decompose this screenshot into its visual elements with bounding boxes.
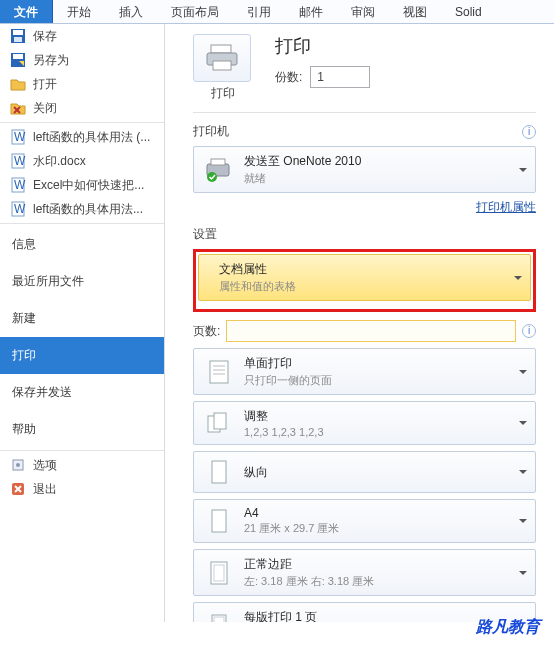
recent-doc[interactable]: W left函数的具体用法 (... [0,125,164,149]
chevron-down-icon [519,168,527,176]
tab-references[interactable]: 引用 [233,0,285,23]
sidebar-open[interactable]: 打开 [0,72,164,96]
word-doc-icon: W [10,177,26,193]
sidebar-label: 退出 [33,481,57,497]
settings-section-title: 设置 [193,226,217,243]
drop-title: 纵向 [244,464,268,481]
print-panel: 打印 打印 份数: 打印机i 发送至 OneNote 2010就绪 打印机属性 … [165,24,554,622]
svg-point-16 [16,463,20,467]
info-icon[interactable]: i [522,125,536,139]
print-title: 打印 [275,34,370,58]
sidebar-save-as[interactable]: 另存为 [0,48,164,72]
tab-insert[interactable]: 插入 [105,0,157,23]
copies-label: 份数: [275,69,302,86]
drop-sub: 只打印一侧的页面 [244,373,332,388]
recent-doc-label: Excel中如何快速把... [33,177,144,193]
chevron-down-icon [519,421,527,429]
recent-doc-label: left函数的具体用法... [33,201,143,217]
printer-ready-icon [204,156,234,184]
chevron-down-icon [519,571,527,579]
tab-solid[interactable]: Solid [441,0,496,23]
sidebar-label: 选项 [33,457,57,473]
printer-status: 就绪 [244,171,361,186]
drop-title: 正常边距 [244,556,374,573]
portrait-icon [204,458,234,486]
info-icon[interactable]: i [522,324,536,338]
drop-title: A4 [244,506,339,520]
drop-title: 调整 [244,408,324,425]
recent-doc-label: 水印.docx [33,153,86,169]
print-what-dropdown[interactable]: 文档属性属性和值的表格 [198,254,531,301]
svg-rect-22 [213,61,231,70]
ribbon-tabs: 文件 开始 插入 页面布局 引用 邮件 审阅 视图 Solid [0,0,554,24]
sidebar-label: 另存为 [33,52,69,68]
options-icon [10,457,26,473]
sidebar-help[interactable]: 帮助 [0,411,164,448]
sidebar-close[interactable]: 关闭 [0,96,164,120]
tab-view[interactable]: 视图 [389,0,441,23]
svg-text:W: W [14,178,26,192]
pages-label: 页数: [193,323,220,340]
printer-dropdown[interactable]: 发送至 OneNote 2010就绪 [193,146,536,193]
tab-layout[interactable]: 页面布局 [157,0,233,23]
sidebar-exit[interactable]: 退出 [0,477,164,501]
svg-text:W: W [14,154,26,168]
sidebar-new[interactable]: 新建 [0,300,164,337]
tab-home[interactable]: 开始 [53,0,105,23]
orientation-dropdown[interactable]: 纵向 [193,451,536,493]
recent-doc-label: left函数的具体用法 (... [33,129,150,145]
svg-rect-31 [214,413,226,429]
chevron-down-icon [519,370,527,378]
printer-icon [205,43,239,73]
margins-dropdown[interactable]: 正常边距左: 3.18 厘米 右: 3.18 厘米 [193,549,536,596]
chevron-down-icon [519,519,527,527]
print-button[interactable]: 打印 [193,34,253,102]
highlight-annotation: 文档属性属性和值的表格 [193,249,536,312]
print-button-label: 打印 [211,86,235,100]
open-icon [10,76,26,92]
drop-sub: 1,2,3 1,2,3 1,2,3 [244,426,324,438]
page-icon [204,507,234,535]
drop-title: 单面打印 [244,355,332,372]
sidebar-label: 打开 [33,76,57,92]
printer-name: 发送至 OneNote 2010 [244,153,361,170]
drop-title: 文档属性 [219,261,296,278]
tab-review[interactable]: 审阅 [337,0,389,23]
collate-dropdown[interactable]: 调整1,2,3 1,2,3 1,2,3 [193,401,536,445]
sidebar-print[interactable]: 打印 [0,337,164,374]
sidebar-save[interactable]: 保存 [0,24,164,48]
recent-doc[interactable]: W left函数的具体用法... [0,197,164,221]
sheet-icon [204,612,234,623]
word-doc-icon: W [10,153,26,169]
backstage-sidebar: 保存 另存为 打开 关闭 W left函数的具体用法 (... W 水印.doc… [0,24,165,622]
backstage: 保存 另存为 打开 关闭 W left函数的具体用法 (... W 水印.doc… [0,24,554,622]
tab-file[interactable]: 文件 [0,0,53,23]
svg-rect-33 [212,510,226,532]
paper-size-dropdown[interactable]: A421 厘米 x 29.7 厘米 [193,499,536,543]
svg-rect-26 [210,361,228,383]
svg-rect-1 [13,30,23,35]
sidebar-info[interactable]: 信息 [0,226,164,263]
oneside-dropdown[interactable]: 单面打印只打印一侧的页面 [193,348,536,395]
copies-input[interactable] [310,66,370,88]
drop-sub: 属性和值的表格 [219,279,296,294]
printer-properties-link[interactable]: 打印机属性 [193,199,536,216]
save-as-icon [10,52,26,68]
recent-doc[interactable]: W Excel中如何快速把... [0,173,164,197]
sidebar-save-send[interactable]: 保存并发送 [0,374,164,411]
word-doc-icon: W [10,129,26,145]
svg-rect-2 [14,37,22,42]
sidebar-options[interactable]: 选项 [0,453,164,477]
tab-mail[interactable]: 邮件 [285,0,337,23]
drop-sub: 左: 3.18 厘米 右: 3.18 厘米 [244,574,374,589]
chevron-down-icon [519,470,527,478]
margins-icon [204,559,234,587]
sidebar-label: 保存 [33,28,57,44]
sidebar-recent[interactable]: 最近所用文件 [0,263,164,300]
svg-rect-20 [211,45,231,53]
drop-title: 每版打印 1 页 [244,609,375,622]
recent-doc[interactable]: W 水印.docx [0,149,164,173]
exit-icon [10,481,26,497]
pages-input[interactable] [226,320,516,342]
watermark: 路凡教育 [476,617,540,638]
